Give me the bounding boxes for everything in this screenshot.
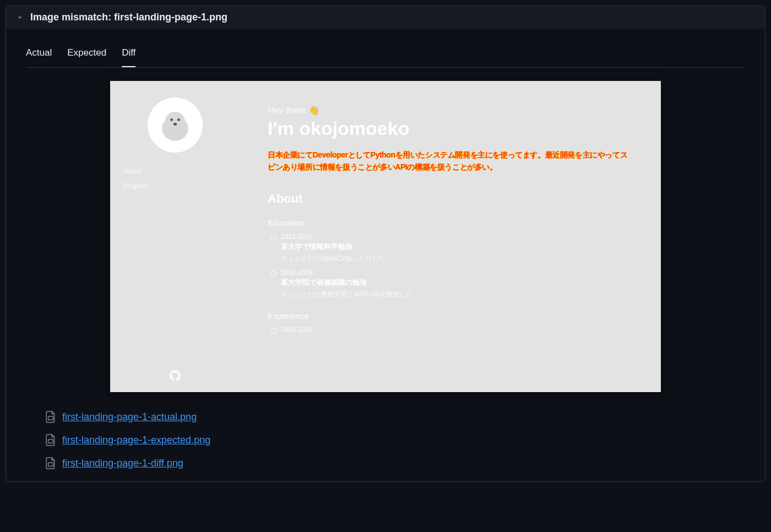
attachment-row: first-landing-page-1-actual.png: [46, 405, 745, 428]
education-heading: Education: [268, 218, 633, 227]
experience-item: 2018-2020: [268, 326, 633, 334]
education-years: 2016-2018: [281, 269, 633, 276]
svg-rect-6: [48, 416, 53, 420]
hey-there: Hey there 👋: [268, 105, 633, 116]
mismatch-panel: Image mismatch: first-landing-page-1.png…: [6, 6, 765, 482]
svg-point-3: [170, 118, 173, 121]
file-icon: [46, 434, 56, 446]
attachment-link-diff[interactable]: first-landing-page-1-diff.png: [62, 458, 183, 469]
education-desc: ちょっとだけ機械学習とMATLABを勉強した: [281, 290, 633, 299]
svg-rect-7: [48, 439, 53, 443]
svg-point-2: [165, 112, 184, 129]
avatar: [148, 97, 203, 153]
education-item: 2016-2018 某大学院で画像認識の勉強 ちょっとだけ機械学習とMATLAB…: [268, 269, 633, 299]
panel-body: Actual Expected Diff About: [6, 29, 765, 481]
attachment-link-actual[interactable]: first-landing-page-1-actual.png: [62, 411, 197, 423]
about-heading: About: [268, 192, 633, 206]
diff-highlight-text: 日本企業にてDeveloperとしてPythonを用いたシステム開発を主にを使っ…: [268, 149, 633, 173]
tabs: Actual Expected Diff: [26, 42, 745, 68]
diff-main: Hey there 👋 I'm okojomoeko 日本企業にてDevelop…: [240, 81, 661, 392]
education-title: 某大学で情報科学勉強: [281, 242, 633, 252]
chevron-down-icon: [16, 14, 24, 21]
education-title: 某大学院で画像認識の勉強: [281, 278, 633, 287]
panel-title: Image mismatch: first-landing-page-1.png: [30, 12, 227, 23]
github-icon: [170, 370, 181, 381]
sidebar-item-about: About: [123, 164, 240, 178]
diff-sidebar-nav: About Projects: [110, 164, 240, 193]
tab-actual[interactable]: Actual: [26, 42, 52, 67]
tab-expected[interactable]: Expected: [67, 42, 106, 67]
attachment-row: first-landing-page-1-diff.png: [46, 452, 745, 475]
education-years: 2012-2016: [281, 233, 633, 241]
diff-image: About Projects Hey there 👋 I'm okojomoek…: [110, 81, 661, 392]
panel-header[interactable]: Image mismatch: first-landing-page-1.png: [6, 6, 765, 29]
experience-heading: Experience: [268, 311, 633, 321]
diff-sidebar: About Projects: [110, 81, 240, 392]
im-heading: I'm okojomoeko: [268, 118, 633, 139]
experience-years: 2018-2020: [281, 326, 633, 334]
svg-point-5: [173, 123, 176, 126]
attachment-link-expected[interactable]: first-landing-page-1-expected.png: [62, 435, 210, 446]
file-icon: [46, 411, 56, 423]
svg-rect-8: [48, 463, 53, 466]
otter-icon: [153, 103, 197, 147]
attachments: first-landing-page-1-actual.png first-la…: [26, 405, 745, 475]
education-item: 2012-2016 某大学で情報科学勉強 ちょっとだけOpenCV触ったりした: [268, 233, 633, 263]
svg-point-4: [177, 118, 180, 121]
sidebar-item-projects: Projects: [123, 178, 240, 193]
attachment-row: first-landing-page-1-expected.png: [46, 428, 745, 452]
file-icon: [46, 457, 56, 469]
tab-diff[interactable]: Diff: [122, 42, 135, 67]
education-desc: ちょっとだけOpenCV触ったりした: [281, 254, 633, 263]
